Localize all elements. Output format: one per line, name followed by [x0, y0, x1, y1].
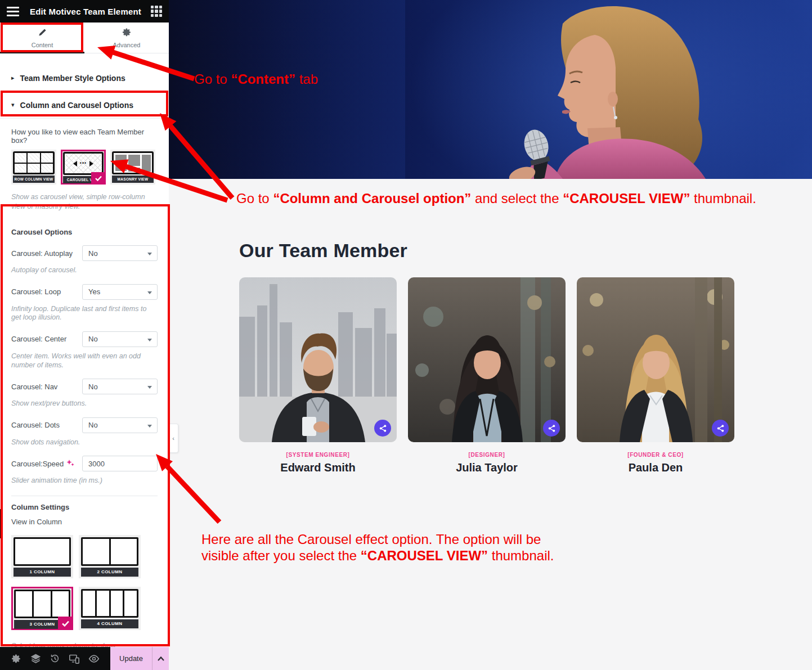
column-option-label: 4 COLUMN	[81, 619, 138, 628]
accordion-label: Column and Carousel Options	[20, 101, 133, 110]
center-select[interactable]: No	[82, 331, 158, 347]
control-description: Show next/prev buttons.	[11, 399, 158, 408]
view-description: Show as carousel view, simple row-column…	[11, 192, 158, 211]
column-option-2[interactable]: 2 COLUMN	[79, 535, 141, 578]
sparkle-icon[interactable]	[66, 460, 74, 468]
annotation-note-content-tab: Go to “Content” tab	[194, 71, 318, 87]
tab-advanced[interactable]: Advanced	[84, 23, 169, 53]
gear-icon	[122, 28, 132, 39]
team-heading: Our Team Member	[239, 240, 812, 262]
view-option-label: ROW COLUMN VIEW	[13, 176, 55, 183]
team-card-julia: [DESIGNER] Julia Taylor	[408, 277, 566, 474]
panel-title: Edit Motivec Team Element	[20, 7, 151, 16]
layers-icon[interactable]	[30, 653, 42, 665]
member-photo	[239, 277, 397, 442]
share-button[interactable]	[374, 420, 391, 437]
control-label: Carousel: Dots	[11, 421, 60, 429]
chevron-right-icon: ▸	[11, 74, 15, 82]
update-button[interactable]: Update	[110, 647, 152, 670]
member-name: Edward Smith	[239, 461, 397, 474]
control-description: Show dots navigation.	[11, 438, 158, 447]
hero-speaker-illustration	[169, 0, 812, 179]
accordion-column-carousel-options[interactable]: ▾ Column and Carousel Options	[0, 92, 169, 119]
grid-icon[interactable]	[151, 6, 162, 17]
carousel-options-heading: Carousel Options	[11, 228, 158, 236]
control-label: Carousel: Loop	[11, 287, 61, 296]
control-label: Carousel: Autoplay	[11, 249, 73, 258]
autoplay-select[interactable]: No	[82, 245, 158, 261]
control-row-speed: Carousel:Speed 3000	[11, 456, 158, 471]
update-area: Update	[110, 647, 169, 670]
view-question-label: How you like to view each Team Member bo…	[11, 128, 158, 145]
control-row-dots: Carousel: Dots No	[11, 417, 158, 433]
control-description: Center item. Works well with even an odd…	[11, 352, 158, 370]
chevron-down-icon	[147, 425, 152, 428]
active-tab-indicator	[0, 52, 84, 53]
chevron-down-icon: ▾	[11, 101, 15, 109]
chevron-down-icon	[147, 339, 152, 341]
history-icon[interactable]	[49, 653, 61, 665]
responsive-icon[interactable]	[68, 653, 80, 665]
control-row-loop: Carousel: Loop Yes	[11, 284, 158, 300]
chevron-down-icon	[147, 386, 152, 389]
view-in-column-label: View in Column	[11, 518, 158, 526]
share-button[interactable]	[712, 420, 729, 437]
tab-content[interactable]: Content	[0, 23, 84, 53]
page-preview: Our Team Member	[169, 0, 812, 670]
carousel-thumb-graphic: •••	[63, 152, 104, 175]
hero-image	[169, 0, 812, 179]
view-options: ROW COLUMN VIEW ••• CAROUSEL VIEW MASONR…	[11, 150, 158, 185]
gear-icon[interactable]	[10, 653, 23, 665]
team-section: Our Team Member	[169, 179, 812, 474]
control-row-autoplay: Carousel: Autoplay No	[11, 245, 158, 261]
panel-footer: Update	[0, 647, 169, 670]
panel-collapse-handle[interactable]: ‹	[169, 424, 178, 453]
chevron-up-icon[interactable]	[152, 647, 169, 670]
control-label: Carousel: Center	[11, 335, 66, 343]
member-role: [SYSTEM ENGINEER]	[239, 452, 397, 458]
chevron-down-icon	[147, 253, 152, 255]
member-name: Paula Den	[577, 461, 734, 474]
annotation-note-carousel-effects: Here are all the Carousel effect option.…	[201, 531, 562, 564]
view-option-masonry[interactable]: MASONRY VIEW	[110, 150, 155, 185]
loop-select[interactable]: Yes	[82, 284, 158, 300]
share-button[interactable]	[543, 420, 560, 437]
member-photo	[408, 277, 566, 442]
column-option-4[interactable]: 4 COLUMN	[79, 587, 141, 630]
speed-input[interactable]: 3000	[82, 456, 158, 471]
control-row-center: Carousel: Center No	[11, 331, 158, 347]
member-role: [DESIGNER]	[408, 452, 566, 458]
control-label: Carousel: Nav	[11, 383, 57, 391]
chevron-down-icon	[147, 291, 152, 294]
control-row-nav: Carousel: Nav No	[11, 379, 158, 394]
team-card-paula: [FOUNDER & CEO] Paula Den	[577, 277, 734, 474]
hamburger-icon[interactable]	[7, 7, 20, 16]
masonry-thumb-graphic	[112, 151, 154, 174]
selected-check-icon	[58, 617, 73, 630]
accordion-label: Team Member Style Options	[20, 74, 125, 83]
tab-advanced-label: Advanced	[113, 42, 141, 48]
panel-header: Edit Motivec Team Element	[0, 0, 169, 23]
column-option-1[interactable]: 1 COLUMN	[11, 535, 73, 578]
view-option-carousel[interactable]: ••• CAROUSEL VIEW	[61, 150, 106, 185]
member-name: Julia Taylor	[408, 461, 566, 474]
column-option-3[interactable]: 3 COLUMN	[11, 587, 73, 630]
nav-select[interactable]: No	[82, 379, 158, 394]
member-photo	[577, 277, 734, 442]
elementor-panel: Edit Motivec Team Element Content Advanc…	[0, 0, 169, 670]
scrollbar-thumb[interactable]	[0, 509, 2, 538]
control-description: Autoplay of carousel.	[11, 266, 158, 275]
control-description: Slider animation time (in ms.)	[11, 476, 158, 485]
view-option-label: MASONRY VIEW	[112, 176, 154, 183]
column-option-label: 2 COLUMN	[81, 568, 138, 577]
row-column-thumb-graphic	[13, 151, 55, 174]
control-label: Carousel:Speed	[11, 460, 74, 468]
preview-eye-icon[interactable]	[88, 653, 100, 665]
tab-content-label: Content	[32, 42, 53, 48]
view-option-row-column[interactable]: ROW COLUMN VIEW	[11, 150, 56, 185]
accordion-team-member-style-options[interactable]: ▸ Team Member Style Options	[0, 65, 169, 92]
panel-tabs: Content Advanced	[0, 23, 169, 53]
dots-select[interactable]: No	[82, 417, 158, 433]
column-options: 1 COLUMN 2 COLUMN 3 COLUMN 4 COLUMN	[11, 535, 158, 630]
team-card-edward: [SYSTEM ENGINEER] Edward Smith	[239, 277, 397, 474]
